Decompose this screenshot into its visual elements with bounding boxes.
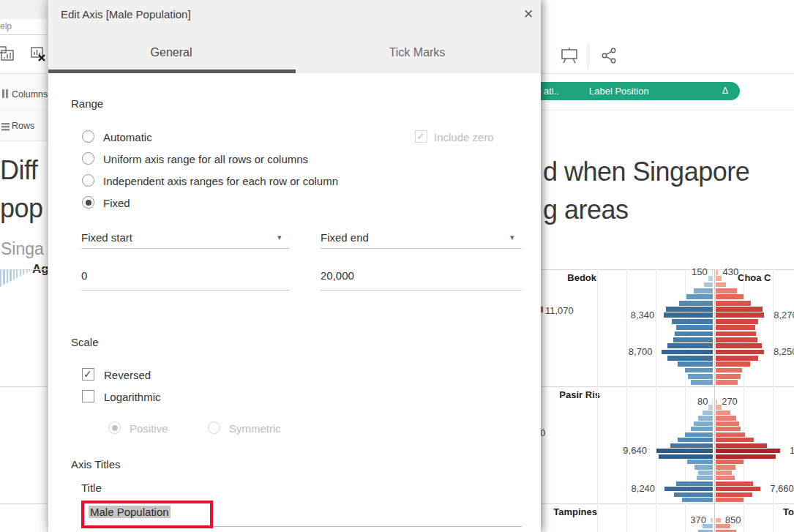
pyramid-bar-female[interactable] (716, 438, 754, 442)
pyramid-bar-male[interactable] (676, 325, 713, 330)
pyramid-bar-female[interactable] (716, 518, 721, 522)
pyramid-bar-male[interactable] (667, 343, 713, 348)
pyramid-bar-female[interactable] (716, 427, 741, 431)
pyramid-bar-female[interactable] (716, 405, 722, 409)
radio-uniform[interactable] (82, 152, 94, 165)
radio-automatic-label[interactable]: Automatic (103, 131, 152, 143)
pyramid-bar-female[interactable] (716, 449, 780, 453)
pyramid-bar-female[interactable] (716, 487, 760, 491)
pyramid-bar-female[interactable] (716, 374, 741, 379)
presentation-mode-icon[interactable] (559, 45, 580, 69)
columns-shelf-label[interactable]: Columns (12, 89, 48, 100)
pyramid-bar-male[interactable] (708, 276, 713, 281)
pill-partial[interactable]: ati.. (540, 82, 579, 100)
pyramid-bar-female[interactable] (716, 319, 758, 324)
pyramid-bar-female[interactable] (716, 343, 762, 348)
pyramid-bar-male[interactable] (698, 471, 713, 475)
pyramid-bar-male[interactable] (704, 282, 713, 288)
pyramid-bar-male[interactable] (664, 312, 713, 318)
pyramid-bar-male[interactable] (708, 405, 713, 409)
pyramid-bar-male[interactable] (712, 400, 713, 404)
pyramid-bar-male[interactable] (687, 460, 713, 464)
radio-fixed-label[interactable]: Fixed (103, 197, 130, 209)
share-icon[interactable] (600, 46, 619, 68)
fixed-end-input[interactable]: 20,000 (321, 269, 354, 282)
pyramid-bar-male[interactable] (664, 487, 713, 491)
pyramid-bar-male[interactable] (659, 454, 713, 459)
pyramid-bar-male[interactable] (685, 432, 713, 437)
pyramid-bar-male[interactable] (672, 319, 713, 324)
pyramid-bar-male[interactable] (682, 498, 713, 502)
pyramid-bar-female[interactable] (716, 307, 763, 312)
pyramid-bar-male[interactable] (673, 337, 713, 342)
reversed-label[interactable]: Reversed (104, 369, 151, 381)
pyramid-bar-male[interactable] (698, 416, 713, 420)
pyramid-bar-female[interactable] (716, 312, 764, 318)
new-dashboard-icon[interactable] (0, 44, 18, 69)
pyramid-bar-male[interactable] (711, 518, 713, 522)
pyramid-bar-male[interactable] (670, 443, 713, 448)
pyramid-bar-male[interactable] (676, 482, 713, 486)
tab-general[interactable]: General (48, 46, 294, 59)
pyramid-bar-female[interactable] (716, 416, 736, 420)
logarithmic-label[interactable]: Logarithmic (104, 391, 161, 403)
pyramid-bar-male[interactable] (694, 465, 713, 469)
radio-fixed[interactable] (82, 196, 94, 209)
pyramid-bar-female[interactable] (716, 411, 730, 415)
pyramid-bar-female[interactable] (716, 380, 738, 385)
pyramid-bar-male[interactable] (675, 331, 713, 337)
pyramid-bar-female[interactable] (716, 422, 739, 426)
radio-automatic[interactable] (82, 130, 94, 143)
pyramid-bar-female[interactable] (716, 282, 726, 288)
pyramid-bar-male[interactable] (697, 476, 713, 480)
pyramid-bar-female[interactable] (716, 471, 732, 475)
pyramid-bar-male[interactable] (679, 301, 713, 306)
menu-help-partial[interactable]: elp (0, 21, 12, 31)
tab-tick-marks[interactable]: Tick Marks (294, 46, 540, 59)
pyramid-bar-male[interactable] (678, 361, 713, 367)
pyramid-bar-female[interactable] (716, 350, 764, 355)
pyramid-bar-male[interactable] (694, 288, 713, 293)
pyramid-bar-female[interactable] (716, 443, 767, 448)
radio-positive[interactable] (108, 422, 121, 434)
pyramid-bar-male[interactable] (662, 350, 713, 355)
pyramid-bar-female[interactable] (716, 460, 744, 464)
pyramid-bar-female[interactable] (716, 288, 737, 293)
pyramid-bar-female[interactable] (716, 270, 718, 275)
pyramid-bar-female[interactable] (716, 482, 753, 486)
pyramid-bar-male[interactable] (691, 380, 713, 385)
radio-uniform-label[interactable]: Uniform axis range for all rows or colum… (103, 153, 308, 165)
pyramid-bar-female[interactable] (716, 368, 742, 373)
pyramid-bar-male[interactable] (667, 356, 713, 361)
pyramid-bar-male[interactable] (678, 438, 713, 442)
fixed-end-dropdown-caret[interactable] (510, 233, 514, 242)
pyramid-bar-female[interactable] (716, 276, 722, 281)
radio-symmetric[interactable] (208, 422, 220, 434)
clear-sheet-icon[interactable] (28, 44, 48, 67)
pyramid-bar-male[interactable] (703, 411, 713, 415)
pyramid-bar-female[interactable] (716, 356, 758, 361)
pyramid-bar-female[interactable] (716, 465, 735, 469)
pyramid-bar-female[interactable] (716, 432, 745, 437)
pyramid-bar-female[interactable] (716, 476, 735, 480)
pyramid-bar-male[interactable] (691, 427, 713, 431)
include-zero-checkbox[interactable] (415, 130, 427, 143)
pyramid-bar-male[interactable] (686, 294, 713, 299)
pyramid-bar-female[interactable] (716, 498, 744, 502)
logarithmic-checkbox[interactable] (82, 390, 94, 402)
radio-independent-label[interactable]: Independent axis ranges for each row or … (103, 175, 338, 187)
pyramid-bar-male[interactable] (712, 270, 713, 275)
pill-label-position[interactable]: Label Position Δ (578, 82, 740, 100)
reversed-checkbox[interactable] (82, 368, 94, 381)
pyramid-bar-male[interactable] (685, 368, 713, 373)
pyramid-bar-female[interactable] (716, 492, 752, 497)
pyramid-bar-female[interactable] (716, 325, 755, 330)
pyramid-bar-female[interactable] (716, 454, 776, 459)
pyramid-bar-male[interactable] (694, 422, 713, 426)
pyramid-bar-female[interactable] (716, 301, 751, 306)
close-icon[interactable]: ✕ (520, 7, 536, 23)
fixed-start-input[interactable]: 0 (81, 269, 87, 282)
pyramid-bar-male[interactable] (666, 307, 713, 312)
pyramid-bar-female[interactable] (716, 294, 744, 299)
pyramid-bar-female[interactable] (716, 400, 717, 404)
